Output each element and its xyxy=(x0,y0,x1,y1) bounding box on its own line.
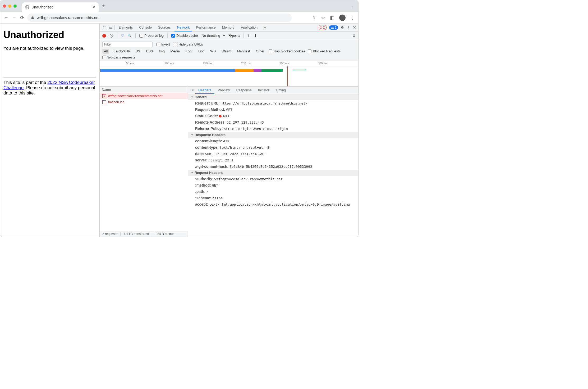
timeline-bar xyxy=(235,69,254,72)
export-har-icon[interactable]: ⬇ xyxy=(254,34,257,38)
share-icon[interactable]: ⇪ xyxy=(312,15,316,21)
blocked-cookies-checkbox[interactable]: Has blocked cookies xyxy=(269,49,305,53)
gear-icon[interactable]: ⚙ xyxy=(341,25,344,29)
header-row: :method: GET xyxy=(188,182,358,188)
network-toolbar: ▽ 🔍 Preserve log Disable cache No thrott… xyxy=(100,31,358,40)
request-row[interactable]: favicon.ico xyxy=(100,99,188,105)
status-requests: 2 requests xyxy=(102,232,121,236)
footer-pre: This site is part of the xyxy=(3,80,47,85)
filter-pill-other[interactable]: Other xyxy=(254,49,266,54)
clear-button[interactable] xyxy=(110,34,113,38)
profile-avatar[interactable] xyxy=(339,15,346,21)
tabs-dropdown-icon[interactable]: ⌄ xyxy=(350,4,353,8)
request-detail: ✕ Headers Preview Response Initiator Tim… xyxy=(188,87,358,237)
status-transferred: 1.1 kB transferred xyxy=(124,232,152,236)
network-conditions-icon[interactable]: �péira xyxy=(229,34,240,38)
device-toggle-icon[interactable]: ▭ xyxy=(108,25,113,30)
network-filter-bar: Invert Hide data URLs All Fetch/XHR JS C… xyxy=(100,40,358,61)
globe-icon xyxy=(25,5,29,9)
header-row: :path: / xyxy=(188,188,358,195)
detail-tab-timing[interactable]: Timing xyxy=(273,87,289,94)
header-row: Referrer Policy: strict-origin-when-cros… xyxy=(188,125,358,132)
request-name: favicon.ico xyxy=(108,100,124,104)
network-statusbar: 2 requests 1.1 kB transferred 824 B reso… xyxy=(100,231,188,237)
divider xyxy=(3,78,96,78)
back-button[interactable]: ← xyxy=(3,15,9,20)
filter-pill-doc[interactable]: Doc xyxy=(197,49,206,54)
tab-network[interactable]: Network xyxy=(174,24,192,31)
filter-toggle-icon[interactable]: ▽ xyxy=(121,34,124,38)
tab-performance[interactable]: Performance xyxy=(193,24,218,31)
blocked-requests-checkbox[interactable]: Blocked Requests xyxy=(308,49,341,53)
close-tab-button[interactable]: ✕ xyxy=(92,5,95,9)
header-row: Request Method: GET xyxy=(188,106,358,113)
devtools-kebab-icon[interactable]: ⋮ xyxy=(347,25,350,29)
reload-button[interactable]: ⟳ xyxy=(19,15,25,21)
detail-tab-headers[interactable]: Headers xyxy=(195,87,214,94)
url-text: wrfbgtsocesalacv.ransommethis.net xyxy=(37,15,99,20)
detail-tab-initiator[interactable]: Initiator xyxy=(255,87,273,94)
message-count-badge[interactable]: ▬ 1 xyxy=(329,25,338,30)
devtools-close-button[interactable]: ✕ xyxy=(353,25,356,30)
request-row[interactable]: ≡ wrfbgtsocesalacv.ransommethis.net xyxy=(100,93,188,99)
file-icon xyxy=(102,100,106,104)
filter-pill-wasm[interactable]: Wasm xyxy=(220,49,233,54)
browser-tab[interactable]: Unauthorized ✕ xyxy=(22,2,99,12)
section-request-headers[interactable]: Request Headers xyxy=(188,170,358,176)
section-response-headers[interactable]: Response Headers xyxy=(188,132,358,138)
disable-cache-checkbox[interactable]: Disable cache xyxy=(171,34,198,38)
preserve-log-checkbox[interactable]: Preserve log xyxy=(139,34,164,38)
header-row: x-git-commit-hash: 0e3c84bf5b4266c0e5435… xyxy=(188,163,358,170)
header-row: Remote Address: 52.207.129.222:443 xyxy=(188,119,358,125)
filter-pill-font[interactable]: Font xyxy=(184,49,194,54)
detail-tab-preview[interactable]: Preview xyxy=(214,87,233,94)
search-icon[interactable]: 🔍 xyxy=(127,34,132,38)
page-content: Unauthorized You are not authorized to v… xyxy=(0,24,100,237)
forward-button[interactable]: → xyxy=(11,15,17,20)
filter-pill-all[interactable]: All xyxy=(102,49,109,54)
maximize-window-button[interactable] xyxy=(13,4,17,8)
filter-input[interactable] xyxy=(102,42,153,47)
hide-data-urls-checkbox[interactable]: Hide data URLs xyxy=(174,42,203,46)
header-row: content-length: 412 xyxy=(188,138,358,144)
network-settings-gear-icon[interactable]: ⚙ xyxy=(352,34,356,38)
filter-pill-manifest[interactable]: Manifest xyxy=(235,49,251,54)
throttling-select[interactable]: No throttling ▾ xyxy=(202,34,225,38)
filter-pill-js[interactable]: JS xyxy=(135,49,142,54)
record-button[interactable] xyxy=(102,34,106,38)
filter-pill-img[interactable]: Img xyxy=(157,49,166,54)
invert-checkbox[interactable]: Invert xyxy=(156,42,170,46)
section-general[interactable]: General xyxy=(188,94,358,100)
header-row: content-type: text/html; charset=utf-8 xyxy=(188,144,358,151)
filter-pill-css[interactable]: CSS xyxy=(144,49,155,54)
new-tab-button[interactable]: + xyxy=(102,3,105,9)
sidepanel-icon[interactable]: ◧ xyxy=(330,15,334,21)
tabs-overflow[interactable]: » xyxy=(261,24,268,31)
timeline-bar xyxy=(261,69,283,72)
filter-pill-fetch[interactable]: Fetch/XHR xyxy=(112,49,132,54)
tab-memory[interactable]: Memory xyxy=(219,24,237,31)
detail-close-button[interactable]: ✕ xyxy=(190,88,195,92)
close-window-button[interactable] xyxy=(3,4,6,8)
bookmark-icon[interactable]: ☆ xyxy=(321,15,325,21)
third-party-checkbox[interactable]: 3rd-party requests xyxy=(102,55,135,59)
kebab-menu-icon[interactable]: ⋮ xyxy=(350,15,355,21)
detail-tab-response[interactable]: Response xyxy=(233,87,255,94)
import-har-icon[interactable]: ⬆ xyxy=(247,34,250,38)
filter-pill-ws[interactable]: WS xyxy=(209,49,217,54)
filter-pill-media[interactable]: Media xyxy=(169,49,181,54)
tab-application[interactable]: Application xyxy=(238,24,260,31)
error-count-badge[interactable]: ⊘ 2 xyxy=(318,25,327,30)
tab-elements[interactable]: Elements xyxy=(116,24,135,31)
inspect-icon[interactable]: ⬚ xyxy=(102,25,107,30)
page-message: You are not authorized to view this page… xyxy=(3,46,96,51)
omnibox[interactable]: wrfbgtsocesalacv.ransommethis.net xyxy=(27,13,292,22)
network-timeline[interactable]: 50 ms 100 ms 150 ms 200 ms 250 ms 300 ms xyxy=(100,61,358,87)
header-row: :authority: wrfbgtsocesalacv.ransommethi… xyxy=(188,176,358,182)
tab-sources[interactable]: Sources xyxy=(155,24,173,31)
header-row: Request URL: https://wrfbgtsocesalacv.ra… xyxy=(188,100,358,106)
tab-console[interactable]: Console xyxy=(136,24,154,31)
minimize-window-button[interactable] xyxy=(8,4,11,8)
document-icon: ≡ xyxy=(102,94,106,98)
network-body: Name ≡ wrfbgtsocesalacv.ransommethis.net… xyxy=(100,87,358,237)
